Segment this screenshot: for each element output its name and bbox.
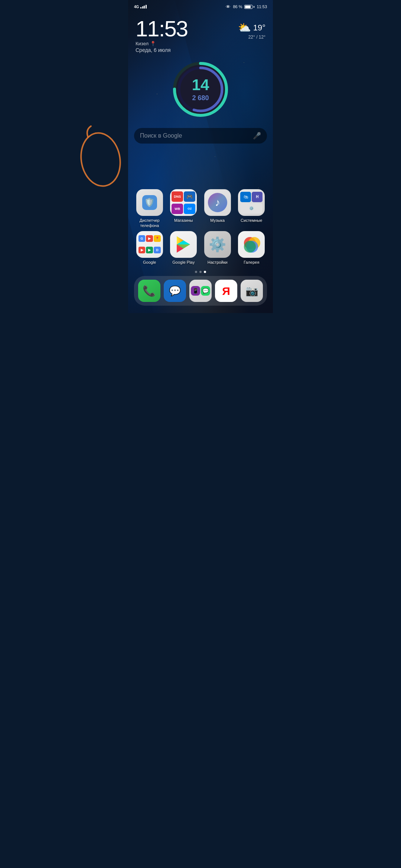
app-google-play-label: Google Play [172,260,195,265]
weather-widget: ⛅ 19° 22° / 12° [238,22,265,40]
shop-bag-icon: 🛍 [244,194,248,200]
wb-icon: WB [175,207,180,211]
app-music-label: Музыка [210,218,225,223]
app-shops[interactable]: DNS 🎮 WB OZ Магазины [168,189,199,228]
app-system[interactable]: 🛍 H ⚙️ Системные [236,189,267,228]
svg-text:Я: Я [222,285,230,297]
weather-current-temp: 19° [253,23,265,33]
status-bar: 4G 👁 86 % 11:53 [128,0,273,12]
fitness-calories: 2 680 [192,94,209,102]
clock-date: Среда, 6 июля [136,47,188,53]
search-bar[interactable]: Поиск в Google 🎤 [134,128,267,144]
app-google-play[interactable]: Google Play [168,231,199,265]
google-play-logo [174,235,193,254]
shield-icon: 🛡️ [144,198,154,207]
app-shops-label: Магазины [174,218,193,223]
gallery-logo [242,235,261,254]
fitness-steps: 14 [192,77,209,93]
app-dispatcher-label: Диспетчер телефона [135,218,164,228]
app-settings-label: Настройки [208,260,228,265]
app-row-1: 🛡️ Диспетчер телефона DNS 🎮 WB [128,189,273,231]
dock: 📞 💬 📱 💬 [134,276,267,306]
battery-icon [244,5,254,9]
location-pin-icon: 📍 [150,41,156,46]
fitness-widget[interactable]: 14 2 680 [128,56,273,125]
viber-icon: 📱 [192,288,199,294]
dock-phone[interactable]: 📞 [137,280,161,302]
dock-messengers[interactable]: 📱 💬 [188,280,212,302]
dock-camera[interactable]: 📷 [240,280,264,302]
apps-section: 🛡️ Диспетчер телефона DNS 🎮 WB [128,149,273,313]
clock-section: 11:53 Кизел 📍 Среда, 6 июля ⛅ 19° 22° / … [128,12,273,56]
settings-h-icon: H [256,195,258,199]
music-note-icon: ♪ [215,197,220,208]
svg-point-12 [244,241,256,253]
dock-yandex[interactable]: 🅨 Я [214,280,238,302]
fitness-center: 14 2 680 [171,60,230,119]
clock-time: 11:53 [136,18,188,40]
whatsapp-icon: 💬 [202,288,209,294]
status-left: 4G [134,5,147,9]
clock-location: Кизел 📍 [136,41,188,46]
battery-percent: 86 % [233,4,242,9]
dock-messages[interactable]: 💬 [163,280,187,302]
app-gallery-label: Галерея [244,260,259,265]
messages-icon: 💬 [169,285,181,297]
steam-icon: 🎮 [186,194,193,200]
ozon-icon: OZ [188,207,192,210]
app-gallery[interactable]: Галерея [236,231,267,265]
page-dot-3 [204,271,206,273]
app-row-2: G ▶ 📍 ▶ ▶ D Google [128,231,273,268]
app-google-label: Google [143,260,156,265]
page-dot-2 [199,271,202,273]
dns-icon: DNS [174,195,181,198]
page-dots [128,268,273,276]
microphone-icon[interactable]: 🎤 [253,132,261,140]
gear-icon: ⚙️ [209,236,226,253]
app-system-label: Системные [241,218,262,223]
network-type: 4G [134,5,139,9]
app-dispatcher[interactable]: 🛡️ Диспетчер телефона [134,189,165,228]
app-settings[interactable]: ⚙️ Настройки [202,231,233,265]
clock-left: 11:53 Кизел 📍 Среда, 6 июля [136,18,188,53]
app-music[interactable]: ♪ Музыка [202,189,233,228]
status-right: 👁 86 % 11:53 [226,4,267,10]
weather-icon: ⛅ [238,22,251,34]
yandex-logo: Я [218,283,234,299]
privacy-indicator: 👁 [226,4,231,10]
app-google[interactable]: G ▶ 📍 ▶ ▶ D Google [134,231,165,265]
page-dot-1 [195,271,197,273]
phone-icon: 📞 [143,285,156,297]
search-placeholder: Поиск в Google [140,132,250,139]
camera-icon: 📷 [245,285,258,297]
status-time: 11:53 [257,4,267,9]
weather-range: 22° / 12° [248,34,265,40]
system-extras-icon: ⚙️ [249,206,254,210]
signal-bars [140,5,147,9]
